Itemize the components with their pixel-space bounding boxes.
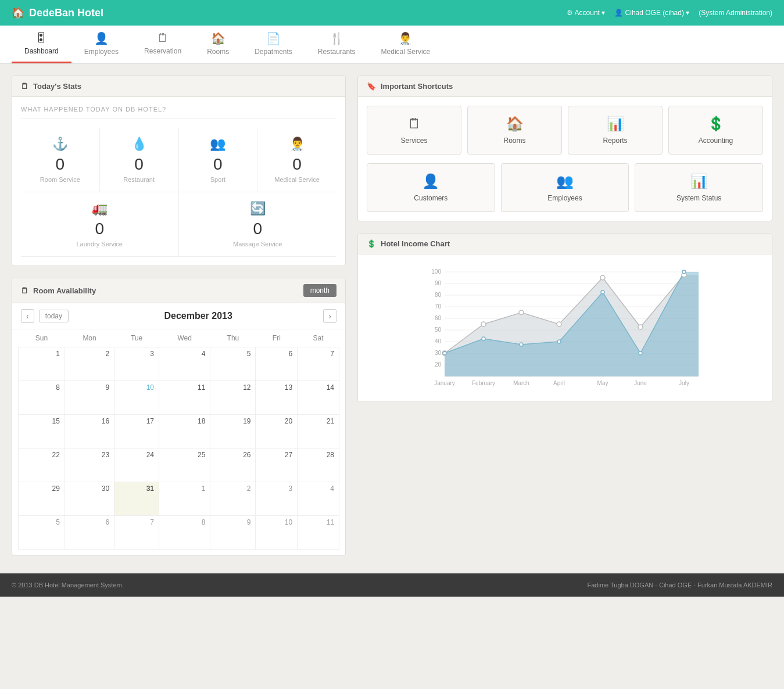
shortcut-reports[interactable]: 📊Reports [568, 106, 663, 155]
nav-label-rooms: Rooms [207, 48, 229, 56]
stat-restaurant: 💧0Restaurant [100, 128, 179, 192]
cal-cell-w0d1[interactable]: 2 [65, 347, 114, 381]
shortcut-accounting[interactable]: 💲Accounting [668, 106, 763, 155]
cal-cell-w0d6[interactable]: 7 [298, 347, 339, 381]
nav-item-rooms[interactable]: 🏠Rooms [194, 26, 242, 63]
calendar-table: SunMonTueWedThuFriSat1234567891011121314… [18, 329, 339, 550]
shortcut-icon-system-status: 📊 [690, 173, 708, 189]
cal-cell-w4d5[interactable]: 3 [256, 482, 298, 516]
brand: 🏠 DedeBan Hotel [12, 6, 103, 19]
month-view-button[interactable]: month [303, 284, 336, 297]
footer-left: © 2013 DB Hotel Management System. [12, 582, 124, 588]
navbar: 🎛Dashboard👤Employees🗒Reservation🏠Rooms📄D… [0, 26, 784, 64]
income-chart-panel: 💲 Hotel Income Chart 100 90 80 70 60 50 … [357, 233, 772, 402]
cal-cell-w5d6[interactable]: 11 [298, 516, 339, 550]
cal-next-button[interactable]: › [323, 309, 336, 323]
shortcut-icon-services: 🗒 [407, 116, 421, 132]
svg-point-29 [482, 337, 485, 340]
cal-cell-w0d5[interactable]: 6 [256, 347, 298, 381]
stat-icon-room-service: ⚓ [52, 137, 68, 152]
shortcut-system-status[interactable]: 📊System Status [635, 163, 763, 212]
cal-cell-w0d2[interactable]: 3 [114, 347, 159, 381]
cal-cell-w4d1[interactable]: 30 [65, 482, 114, 516]
shortcut-label-services: Services [400, 137, 427, 145]
cal-cell-w3d2[interactable]: 24 [114, 448, 159, 482]
cal-cell-w1d6[interactable]: 14 [298, 381, 339, 415]
svg-text:90: 90 [435, 280, 442, 286]
room-availability-panel: 🗒 Room Availability month ‹ today Decemb… [12, 278, 346, 556]
shortcuts-title: Important Shortcuts [381, 82, 453, 91]
stats-panel-header: 🗒 Today's Stats [12, 76, 345, 97]
cal-cell-w4d0[interactable]: 29 [19, 482, 65, 516]
cal-cell-w4d6[interactable]: 4 [298, 482, 339, 516]
cal-today-button[interactable]: today [39, 310, 69, 322]
cal-cell-w1d2[interactable]: 10 [114, 381, 159, 415]
cal-cell-w3d0[interactable]: 22 [19, 448, 65, 482]
right-column: 🔖 Important Shortcuts 🗒Services🏠Rooms📊Re… [357, 76, 772, 556]
shortcut-services[interactable]: 🗒Services [367, 106, 461, 155]
cal-cell-w5d3[interactable]: 8 [159, 516, 210, 550]
cal-cell-w3d3[interactable]: 25 [159, 448, 210, 482]
nav-item-employees[interactable]: 👤Employees [71, 26, 131, 63]
header-right: ⚙ Account ▾ 👤 Cihad OGE (cihad) ▾ (Syste… [567, 9, 772, 17]
cal-panel-header: 🗒 Room Availability month [12, 278, 345, 303]
shortcut-label-customers: Customers [414, 194, 448, 202]
cal-cell-w2d4[interactable]: 19 [210, 415, 256, 448]
cal-cell-w2d2[interactable]: 17 [114, 415, 159, 448]
svg-text:30: 30 [435, 350, 442, 356]
svg-point-23 [519, 310, 524, 315]
svg-point-32 [601, 290, 604, 294]
cal-cell-w3d5[interactable]: 27 [256, 448, 298, 482]
account-menu[interactable]: ⚙ Account ▾ [567, 9, 605, 17]
user-icon: 👤 [614, 9, 623, 17]
cal-cell-w0d0[interactable]: 1 [19, 347, 65, 381]
chart-panel-header: 💲 Hotel Income Chart [358, 234, 772, 254]
cal-cell-w1d0[interactable]: 8 [19, 381, 65, 415]
cal-cell-w4d4[interactable]: 2 [210, 482, 256, 516]
nav-item-dashboard[interactable]: 🎛Dashboard [12, 26, 71, 63]
nav-item-departments[interactable]: 📄Depatments [242, 26, 305, 63]
cal-cell-w2d1[interactable]: 16 [65, 415, 114, 448]
cal-cell-w1d3[interactable]: 11 [159, 381, 210, 415]
cal-cell-w4d3[interactable]: 1 [159, 482, 210, 516]
cal-cell-w5d1[interactable]: 6 [65, 516, 114, 550]
cal-cell-w5d4[interactable]: 9 [210, 516, 256, 550]
cal-cell-w3d1[interactable]: 23 [65, 448, 114, 482]
shortcut-rooms[interactable]: 🏠Rooms [467, 106, 562, 155]
shortcut-customers[interactable]: 👤Customers [367, 163, 495, 212]
cal-cell-w2d0[interactable]: 15 [19, 415, 65, 448]
svg-text:50: 50 [435, 326, 442, 333]
cal-cell-w1d5[interactable]: 13 [256, 381, 298, 415]
svg-text:May: May [597, 380, 608, 386]
nav-icon-employees: 👤 [94, 31, 109, 45]
main-content: 🗒 Today's Stats WHAT HAPPENED TODAY ON D… [0, 64, 784, 568]
cal-prev-button[interactable]: ‹ [21, 309, 34, 323]
cal-cell-w2d5[interactable]: 20 [256, 415, 298, 448]
cal-cell-w5d2[interactable]: 7 [114, 516, 159, 550]
cal-cell-w1d4[interactable]: 12 [210, 381, 256, 415]
svg-point-28 [443, 351, 446, 355]
cal-month-title: December 2013 [73, 311, 323, 321]
stat-sport: 👥0Sport [179, 128, 258, 192]
nav-icon-dashboard: 🎛 [35, 31, 47, 45]
cal-cell-w1d1[interactable]: 9 [65, 381, 114, 415]
calendar-controls: ‹ today December 2013 › [12, 303, 345, 329]
cal-cell-w2d3[interactable]: 18 [159, 415, 210, 448]
stat-room-service: ⚓0Room Service [21, 128, 100, 192]
nav-item-medical[interactable]: 👨‍⚕️Medical Service [368, 26, 443, 63]
shortcut-employees[interactable]: 👥Employees [501, 163, 629, 212]
cal-cell-w4d2[interactable]: 31 [114, 482, 159, 516]
nav-item-restaurants[interactable]: 🍴Restaurants [305, 26, 368, 63]
cal-cell-w2d6[interactable]: 21 [298, 415, 339, 448]
cal-cell-w0d4[interactable]: 5 [210, 347, 256, 381]
nav-item-reservation[interactable]: 🗒Reservation [131, 26, 194, 63]
stats-subtitle: WHAT HAPPENED TODAY ON DB HOTEL? [21, 106, 336, 119]
stat-number-sport: 0 [213, 155, 223, 174]
cal-cell-w0d3[interactable]: 4 [159, 347, 210, 381]
stat-label-massage: Massage Service [233, 241, 282, 247]
cal-cell-w5d0[interactable]: 5 [19, 516, 65, 550]
cal-cell-w5d5[interactable]: 10 [256, 516, 298, 550]
cal-cell-w3d6[interactable]: 28 [298, 448, 339, 482]
user-menu[interactable]: 👤 Cihad OGE (cihad) ▾ [614, 9, 689, 17]
cal-cell-w3d4[interactable]: 26 [210, 448, 256, 482]
